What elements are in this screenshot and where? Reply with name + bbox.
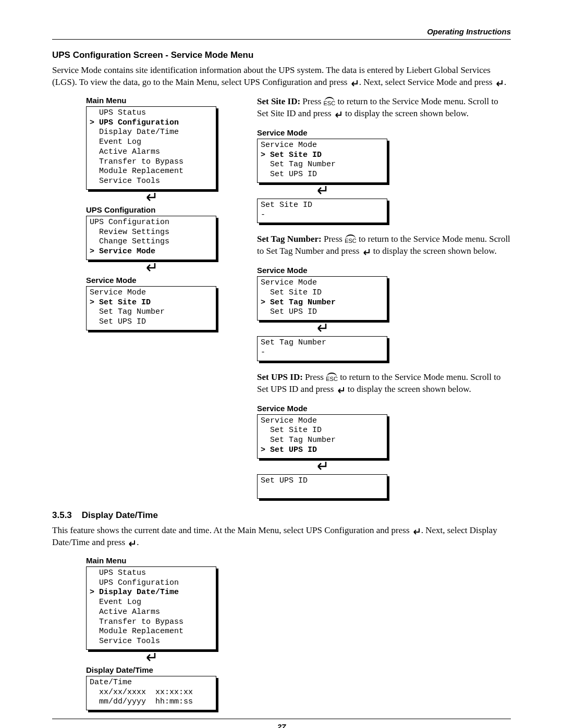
enter-icon [257,185,387,198]
menu-row: Event Log [90,138,213,147]
menu-row: - [261,211,384,220]
menu-row: Service Mode [261,416,384,426]
menu-row: Set Site ID [261,426,384,436]
enter-icon [257,323,387,335]
right-menu-ups: Service Mode Service Mode Set Site ID Se… [257,404,511,499]
menu-row: Set UPS ID [261,476,384,486]
box-label: Service Mode [257,404,511,413]
menu-row [261,486,384,496]
menu-box-main: UPS Status> UPS Configuration Display Da… [86,106,216,190]
lead: Set Tag Number: [257,234,324,244]
menu-row: Set Site ID [261,288,384,298]
menu-row: Change Settings [90,237,213,247]
box-label: Service Mode [86,276,238,285]
menu-row: Set UPS ID [261,307,384,317]
esc-icon: ESC [326,374,338,383]
menu-row: Set Tag Number [90,307,213,317]
menu-row: Active Alarms [90,608,213,618]
text: Press [324,234,345,244]
menu-box: Service Mode Set Site ID Set Tag Number>… [257,414,387,459]
text: . Next, select Service Mode and press [359,77,495,87]
esc-icon: ESC [324,98,336,107]
text: . [137,537,139,547]
text: to display the screen shown below. [346,384,471,394]
menu-row: Transfer to Bypass [90,618,213,627]
menu-row: UPS Status [90,108,213,118]
menu-row: UPS Configuration [90,218,213,228]
menu-box-datetime: Date/Time xx/xx/xxxx xx:xx:xx mm/dd/yyyy… [86,676,216,710]
enter-icon [257,461,387,473]
bottom-rule [52,719,511,719]
box-label: Main Menu [86,556,238,565]
enter-icon [86,192,216,204]
right-menu-tag: Service Mode Service Mode Set Site ID> S… [257,266,511,361]
lead: Set UPS ID: [257,372,305,382]
menu-box-main2: UPS Status UPS Configuration> Display Da… [86,566,216,650]
menu-row: Active Alarms [90,147,213,157]
column-layout: Main Menu UPS Status> UPS Configuration … [52,96,511,499]
menu-row: Set Tag Number [261,436,384,446]
menu-row: Set Tag Number [261,338,384,348]
text: to display the screen shown below. [371,246,497,256]
menu-row: Event Log [90,598,213,608]
box-label: Service Mode [257,266,511,275]
running-header: Operating Instructions [52,27,511,36]
manual-page: Operating Instructions UPS Configuration… [0,0,563,728]
right-col: Set Site ID: Press ESC to return to the … [257,96,511,499]
enter-icon [86,652,216,664]
box-label: Display Date/Time [86,665,238,674]
menu-row: Module Replacement [90,627,213,637]
box-label: Main Menu [86,96,238,105]
menu-box-service-mode: Service Mode> Set Site ID Set Tag Number… [86,286,216,330]
menu-row: > Set UPS ID [261,446,384,455]
menu-row: Service Tools [90,177,213,187]
menu-row: > UPS Configuration [90,118,213,128]
menu-box-sub: Set Tag Number- [257,336,387,361]
menu-row: Set Site ID [261,201,384,211]
enter-icon [350,80,359,87]
enter-icon [86,262,216,275]
menu-row: Service Mode [261,278,384,288]
menu-row: Display Date/Time [90,128,213,138]
menu-row: > Display Date/Time [90,588,213,598]
menu-row: mm/dd/yyyy hh:mm:ss [90,697,213,707]
section-title-1: UPS Configuration Screen - Service Mode … [52,50,511,60]
menu-row: > Set Tag Number [261,298,384,308]
enter-icon [334,111,343,118]
menu-row: Module Replacement [90,167,213,177]
menu-box-ups: UPS Configuration Review Settings Change… [86,216,216,260]
enter-icon [495,80,504,87]
text: This feature shows the current date and … [52,525,412,535]
menu-row: Review Settings [90,228,213,238]
menu-row: > Service Mode [90,247,213,257]
datetime-menus: Main Menu UPS Status UPS Configuration> … [86,556,238,710]
enter-icon [127,540,137,547]
intro-paragraph-2: This feature shows the current date and … [52,525,511,549]
text: . [504,77,506,87]
menu-box: Service Mode Set Site ID> Set Tag Number… [257,276,387,320]
menu-box: Service Mode> Set Site ID Set Tag Number… [257,139,387,183]
menu-row: Transfer to Bypass [90,157,213,167]
section-title-2: 3.5.3 Display Date/Time [52,510,511,521]
menu-box-sub: Set Site ID- [257,199,387,224]
set-tag-number-para: Set Tag Number: Press ESC to return to t… [257,233,511,257]
menu-row: Service Tools [90,637,213,647]
menu-row: Date/Time [90,678,213,688]
menu-row: > Set Site ID [90,298,213,308]
menu-row: Set UPS ID [261,170,384,180]
menu-row: > Set Site ID [261,151,384,161]
lead: Set Site ID: [257,96,302,106]
box-label: UPS Configuration [86,205,238,214]
enter-icon [336,387,346,394]
enter-icon [412,528,421,535]
menu-row: UPS Status [90,569,213,578]
set-site-id-para: Set Site ID: Press ESC to return to the … [257,96,511,120]
intro-paragraph-1: Service Mode contains site identificatio… [52,65,511,89]
enter-icon [362,249,371,256]
section-number: 3.5.3 [52,510,79,521]
box-label: Service Mode [257,128,511,137]
page-number: 27 [52,722,511,728]
menu-row: Set Tag Number [261,160,384,170]
menu-row: UPS Configuration [90,578,213,588]
section-heading: Display Date/Time [82,510,158,520]
